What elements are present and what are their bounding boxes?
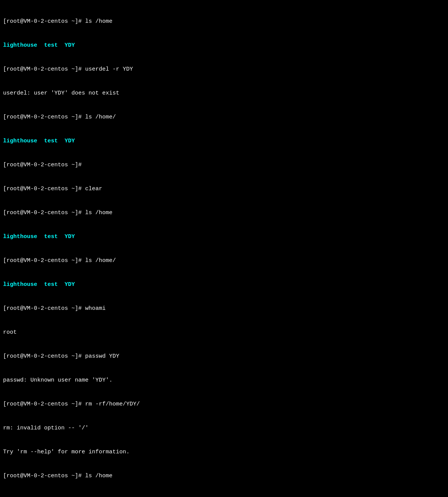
line-3: [root@VM-0-2-centos ~]# userdel -r YDY	[3, 65, 445, 73]
line-16: passwd: Unknown user name 'YDY'.	[3, 376, 445, 384]
line-5: [root@VM-0-2-centos ~]# ls /home/	[3, 113, 445, 121]
line-10: lighthouse test YDY	[3, 233, 445, 241]
line-13: [root@VM-0-2-centos ~]# whoami	[3, 305, 445, 312]
line-14: root	[3, 328, 445, 336]
line-2: lighthouse test YDY	[3, 41, 445, 49]
line-18: rm: invalid option -- '/'	[3, 424, 445, 432]
line-4: userdel: user 'YDY' does not exist	[3, 89, 445, 97]
line-6: lighthouse test YDY	[3, 137, 445, 145]
line-15: [root@VM-0-2-centos ~]# passwd YDY	[3, 352, 445, 360]
line-17: [root@VM-0-2-centos ~]# rm -rf/home/YDY/	[3, 400, 445, 408]
line-12: lighthouse test YDY	[3, 281, 445, 289]
line-11: [root@VM-0-2-centos ~]# ls /home/	[3, 257, 445, 265]
line-9: [root@VM-0-2-centos ~]# ls /home	[3, 209, 445, 217]
terminal-output: [root@VM-0-2-centos ~]# ls /home lightho…	[3, 2, 445, 497]
line-7: [root@VM-0-2-centos ~]#	[3, 161, 445, 169]
line-8: [root@VM-0-2-centos ~]# clear	[3, 185, 445, 193]
line-1: [root@VM-0-2-centos ~]# ls /home	[3, 17, 445, 25]
line-20: [root@VM-0-2-centos ~]# ls /home	[3, 472, 445, 480]
line-19: Try 'rm --help' for more information.	[3, 448, 445, 456]
